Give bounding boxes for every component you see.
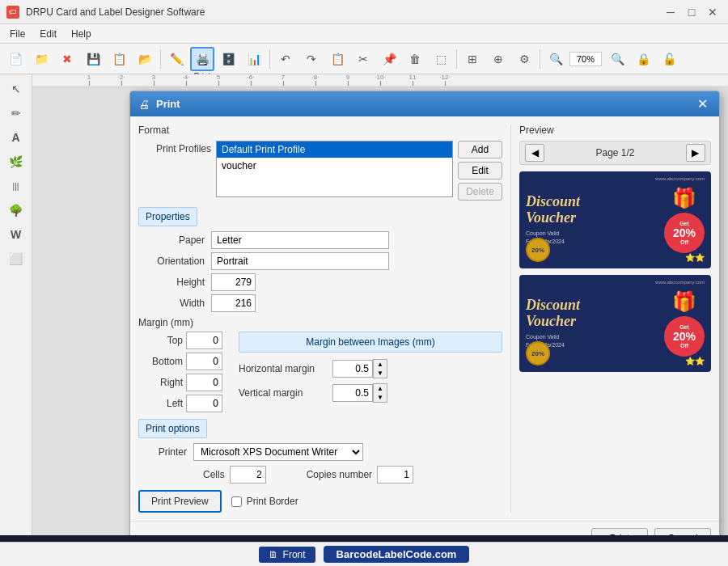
printer-select[interactable]: Microsoft XPS Document Writer <box>193 443 363 461</box>
card2-coin: 20% <box>526 341 550 365</box>
redo-button[interactable]: ↷ <box>299 47 324 71</box>
cancel-action-button[interactable]: Cancel <box>654 528 711 535</box>
new-button[interactable]: 📄 <box>3 47 28 71</box>
card1-title: DiscountVoucher <box>526 194 659 226</box>
menu-file[interactable]: File <box>3 27 32 41</box>
barcode-button[interactable]: 📊 <box>242 47 266 71</box>
w-tool[interactable]: W <box>5 223 28 246</box>
printer-row: Printer Microsoft XPS Document Writer <box>138 443 502 461</box>
align-button[interactable]: ⊕ <box>486 47 510 71</box>
copies-input[interactable] <box>377 466 413 484</box>
horizontal-down-btn[interactable]: ▼ <box>374 369 387 378</box>
lock-button[interactable]: 🔒 <box>631 47 655 71</box>
page-info: Page 1/2 <box>595 147 634 158</box>
paste-button[interactable]: 📌 <box>377 47 401 71</box>
prev-page-button[interactable]: ◀ <box>525 144 544 162</box>
card2-badge-get: Get <box>679 324 689 330</box>
orientation-row: Orientation <box>138 252 502 270</box>
height-input[interactable] <box>211 273 256 291</box>
card2-inner: DiscountVoucher Coupon ValidFor 10Mar202… <box>526 281 705 365</box>
print-border-checkbox[interactable] <box>231 496 242 507</box>
cut-button[interactable]: ✂ <box>351 47 375 71</box>
open-button[interactable]: 📁 <box>29 47 53 71</box>
height-row: Height <box>138 273 502 291</box>
horizontal-margin-input[interactable] <box>332 360 373 378</box>
menu-help[interactable]: Help <box>65 27 98 41</box>
dialog-print-icon: 🖨 <box>138 98 150 111</box>
menu-edit[interactable]: Edit <box>33 27 63 41</box>
card2-badge-off: Off <box>680 343 688 348</box>
settings-button[interactable]: ⚙ <box>512 47 536 71</box>
front-tab[interactable]: 🗎 Front <box>259 547 315 563</box>
lock2-button[interactable]: 🔓 <box>657 47 681 71</box>
paper-input[interactable] <box>211 231 389 249</box>
card2-text: DiscountVoucher Coupon ValidFor 10Mar202… <box>526 298 659 348</box>
right-input[interactable] <box>186 374 222 391</box>
copy-button[interactable]: 📋 <box>325 47 349 71</box>
top-input[interactable] <box>186 332 222 349</box>
edit-doc-button[interactable]: ✏️ <box>164 47 188 71</box>
orientation-input[interactable] <box>211 252 389 270</box>
vertical-down-btn[interactable]: ▼ <box>374 393 387 402</box>
image-tool[interactable]: 🌿 <box>5 150 28 173</box>
cells-input[interactable] <box>230 466 266 484</box>
card1-inner: DiscountVoucher Coupon ValidFor 10Mar202… <box>526 178 705 262</box>
window-controls: ─ □ ✕ <box>662 3 722 21</box>
horizontal-up-btn[interactable]: ▲ <box>374 360 387 369</box>
left-tools-panel: ↖ ✏ A 🌿 ||| 🌳 W ⬜ <box>0 74 32 535</box>
maximize-button[interactable]: □ <box>683 3 700 21</box>
pencil-tool[interactable]: ✏ <box>5 102 28 125</box>
print-action-button[interactable]: Print <box>591 528 648 535</box>
close-button[interactable]: ✕ <box>704 3 722 21</box>
browse-button[interactable]: 📂 <box>133 47 157 71</box>
vertical-margin-input[interactable] <box>332 384 373 402</box>
print-preview-button[interactable]: Print Preview <box>138 490 222 513</box>
dialog-close-button[interactable]: ✕ <box>694 96 711 112</box>
save-as-button[interactable]: 📋 <box>107 47 131 71</box>
database-button[interactable]: 🗄️ <box>216 47 240 71</box>
select-tool[interactable]: ↖ <box>5 78 28 100</box>
card2-title: DiscountVoucher <box>526 298 659 330</box>
barcode-tool[interactable]: ||| <box>5 175 28 197</box>
close-doc-button[interactable]: ✖ <box>55 47 79 71</box>
shape-tool[interactable]: ⬜ <box>5 247 28 270</box>
next-page-button[interactable]: ▶ <box>686 144 705 162</box>
left-input[interactable] <box>186 395 222 412</box>
print-border-wrap: Print Border <box>231 496 298 507</box>
delete-profile-button[interactable]: Delete <box>458 183 502 201</box>
horizontal-margin-label: Horizontal margin <box>239 363 328 374</box>
edit-profile-button[interactable]: Edit <box>458 162 502 180</box>
zoom-in-button[interactable]: 🔍 <box>544 47 568 71</box>
height-label: Height <box>138 277 211 288</box>
tree-tool[interactable]: 🌳 <box>5 199 28 222</box>
select-button[interactable]: ⬚ <box>429 47 453 71</box>
save-button[interactable]: 💾 <box>81 47 105 71</box>
margin-between-col: Margin between Images (mm) Horizontal ma… <box>239 332 502 412</box>
width-input[interactable] <box>211 294 256 312</box>
margin-label: Margin (mm) <box>138 317 502 328</box>
text-tool[interactable]: A <box>5 126 28 149</box>
add-profile-button[interactable]: Add <box>458 141 502 158</box>
status-bar: 🗎 Front BarcodeLabelCode.com <box>0 542 728 566</box>
card2-website: www.abccompany.com <box>655 280 705 285</box>
preview-card-1: www.abccompany.com DiscountVoucher Coupo… <box>519 171 711 268</box>
menu-bar: File Edit Help <box>0 24 728 44</box>
card1-stars: ⭐⭐ <box>685 253 705 262</box>
grid-button[interactable]: ⊞ <box>460 47 485 71</box>
print-profiles-list[interactable]: Default Print Profile voucher <box>216 141 453 197</box>
zoom-input[interactable] <box>569 52 602 66</box>
bottom-input[interactable] <box>186 353 222 370</box>
top-label: Top <box>138 335 183 346</box>
print-button[interactable]: 🖨️ Print <box>190 47 214 71</box>
print-border-label: Print Border <box>247 496 298 507</box>
zoom-out-button[interactable]: 🔍 <box>605 47 629 71</box>
card2-badge: Get 20% Off <box>664 316 705 357</box>
vertical-up-btn[interactable]: ▲ <box>374 384 387 393</box>
margin-left-row: Left <box>138 395 222 412</box>
dialog-overlay: 🖨 Print ✕ Format Print Profiles <box>32 74 728 535</box>
profile-default[interactable]: Default Print Profile <box>217 142 452 158</box>
undo-button[interactable]: ↶ <box>273 47 298 71</box>
profile-voucher[interactable]: voucher <box>217 158 452 174</box>
minimize-button[interactable]: ─ <box>662 3 679 21</box>
delete-btn[interactable]: 🗑 <box>403 47 427 71</box>
